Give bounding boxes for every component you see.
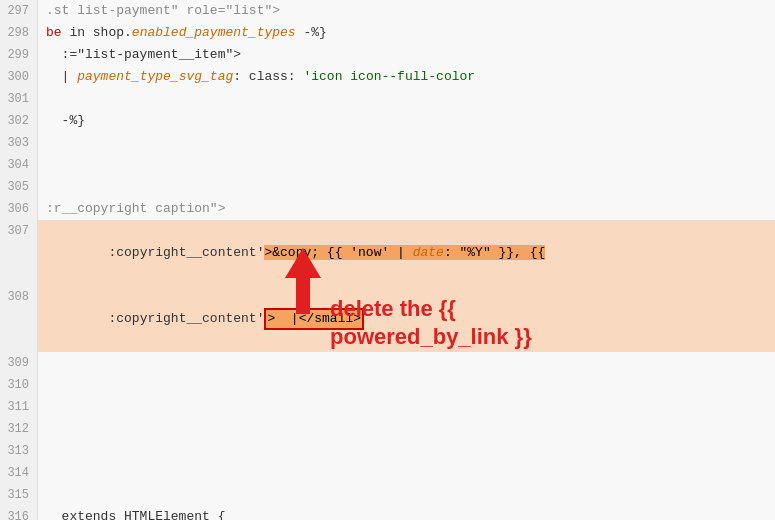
code-line-302: 302 -%}: [0, 110, 775, 132]
code-line-305: 305: [0, 176, 775, 198]
annotation-text: delete the {{ powered_by_link }}: [330, 295, 532, 350]
line-number: 312: [0, 418, 38, 440]
code-line-314: 314: [0, 462, 775, 484]
line-number: 316: [0, 506, 38, 520]
code-line-313: 313: [0, 440, 775, 462]
line-content: [38, 352, 775, 374]
line-number: 303: [0, 132, 38, 154]
line-number: 305: [0, 176, 38, 198]
line-content: | payment_type_svg_tag: class: 'icon ico…: [38, 66, 775, 88]
line-number: 307: [0, 220, 38, 286]
code-line-303: 303: [0, 132, 775, 154]
line-content: be in shop.enabled_payment_types -%}: [38, 22, 775, 44]
line-number: 300: [0, 66, 38, 88]
code-line-309: 309: [0, 352, 775, 374]
line-content: [38, 374, 775, 396]
line-content: [38, 132, 775, 154]
arrow-shaft: [296, 278, 310, 314]
line-number: 299: [0, 44, 38, 66]
line-content: [38, 176, 775, 198]
code-line-298: 298 be in shop.enabled_payment_types -%}: [0, 22, 775, 44]
code-line-315: 315: [0, 484, 775, 506]
code-line-301: 301: [0, 88, 775, 110]
line-content: [38, 440, 775, 462]
line-number: 306: [0, 198, 38, 220]
arrow-head: [285, 248, 321, 278]
line-content: [38, 418, 775, 440]
line-number: 304: [0, 154, 38, 176]
line-number: 310: [0, 374, 38, 396]
line-number: 315: [0, 484, 38, 506]
line-content: -%}: [38, 110, 775, 132]
code-line-316: 316 extends HTMLElement {: [0, 506, 775, 520]
code-line-307: 307 :copyright__content'>&copy; {{ 'now'…: [0, 220, 775, 286]
line-content: [38, 154, 775, 176]
line-content: extends HTMLElement {: [38, 506, 775, 520]
line-number: 302: [0, 110, 38, 132]
code-line-312: 312: [0, 418, 775, 440]
code-line-297: 297 .st list-payment" role="list">: [0, 0, 775, 22]
line-number: 297: [0, 0, 38, 22]
code-area: 297 .st list-payment" role="list"> 298 b…: [0, 0, 775, 520]
line-number: 309: [0, 352, 38, 374]
annotation-arrow: [285, 248, 321, 314]
code-line-310: 310: [0, 374, 775, 396]
code-editor: 297 .st list-payment" role="list"> 298 b…: [0, 0, 775, 520]
line-content: :r__copyright caption">: [38, 198, 775, 220]
line-content: [38, 484, 775, 506]
line-number: 311: [0, 396, 38, 418]
line-content: [38, 462, 775, 484]
line-number: 314: [0, 462, 38, 484]
annotation-line2: powered_by_link }}: [330, 324, 532, 349]
code-line-306: 306 :r__copyright caption">: [0, 198, 775, 220]
line-number: 313: [0, 440, 38, 462]
line-number: 298: [0, 22, 38, 44]
line-content: [38, 88, 775, 110]
line-number: 301: [0, 88, 38, 110]
line-content: :="list-payment__item">: [38, 44, 775, 66]
line-content: .st list-payment" role="list">: [38, 0, 775, 22]
code-line-311: 311: [0, 396, 775, 418]
line-number: 308: [0, 286, 38, 352]
code-line-299: 299 :="list-payment__item">: [0, 44, 775, 66]
line-content: [38, 396, 775, 418]
annotation-line1: delete the {{: [330, 296, 456, 321]
line-content: :copyright__content'>&copy; {{ 'now' | d…: [38, 220, 775, 286]
code-line-304: 304: [0, 154, 775, 176]
code-line-300: 300 | payment_type_svg_tag: class: 'icon…: [0, 66, 775, 88]
